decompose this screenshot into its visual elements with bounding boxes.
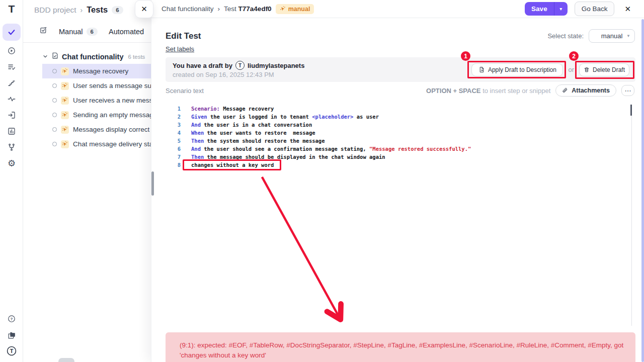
save-button[interactable]: Save bbox=[525, 2, 554, 16]
crumb-folder[interactable]: Chat functionality bbox=[162, 5, 214, 13]
test-list-item[interactable]: Chat message delivery status bbox=[23, 137, 151, 151]
nav-branches-button[interactable] bbox=[3, 139, 21, 155]
question-circle-icon: ? bbox=[7, 314, 16, 323]
pulse-icon bbox=[7, 95, 16, 104]
page-scrollbar[interactable] bbox=[641, 19, 644, 362]
attachments-button[interactable]: Attachments bbox=[555, 84, 616, 97]
editor-scrollbar-track[interactable] bbox=[631, 105, 632, 326]
code-line[interactable]: 6And the user should see a confirmation … bbox=[151, 145, 631, 153]
code-line[interactable]: 3And the user is in a chat conversation bbox=[151, 121, 631, 129]
tab-manual[interactable]: Manual 6 bbox=[59, 28, 98, 36]
nav-runs-button[interactable] bbox=[3, 43, 21, 59]
tab-manual-label: Manual bbox=[59, 28, 83, 36]
apply-draft-button[interactable]: Apply Draft to Description bbox=[471, 63, 563, 76]
crumb-test: Test T77a4edf0 bbox=[224, 5, 272, 13]
paperclip-icon bbox=[562, 87, 568, 94]
nav-settings-button[interactable]: ⚙ bbox=[3, 155, 21, 171]
more-options-button[interactable]: ⋯ bbox=[621, 85, 634, 96]
test-title: Messages display correct time bbox=[73, 126, 151, 133]
test-list-item[interactable]: User receives a new message bbox=[23, 93, 151, 108]
test-status-circle[interactable] bbox=[52, 98, 57, 103]
test-status-circle[interactable] bbox=[52, 127, 57, 132]
apply-doc-icon bbox=[478, 66, 485, 73]
line-number: 3 bbox=[151, 121, 181, 129]
hint-rest: to insert step or snippet bbox=[481, 87, 551, 95]
help-button[interactable]: ? bbox=[3, 311, 21, 327]
test-list-item[interactable]: Messages display correct time bbox=[23, 122, 151, 137]
trash-icon bbox=[584, 66, 590, 73]
code-text: Then the message should be displayed in … bbox=[181, 153, 385, 161]
suite-title[interactable]: Chat functionality bbox=[62, 53, 123, 61]
editor-scrollbar-thumb[interactable] bbox=[630, 105, 632, 116]
line-number: 7 bbox=[151, 153, 181, 161]
line-number: 4 bbox=[151, 129, 181, 137]
code-line[interactable]: 4When the user wants to restore message bbox=[151, 129, 631, 137]
test-title: Message recovery bbox=[73, 67, 128, 75]
test-status-circle[interactable] bbox=[52, 113, 57, 117]
code-text: When the user wants to restore message bbox=[181, 129, 315, 137]
caret-down-icon: ▼ bbox=[626, 34, 630, 38]
suite-meta: 6 tests bbox=[128, 54, 145, 60]
chevron-down-icon[interactable] bbox=[42, 52, 48, 61]
drawer-header: Chat functionality › Test T77a4edf0 manu… bbox=[151, 0, 644, 18]
manual-state-badge-label: manual bbox=[288, 6, 310, 13]
bar-chart-icon bbox=[7, 127, 16, 136]
code-line[interactable]: 7Then the message should be displayed in… bbox=[151, 153, 631, 161]
test-status-circle[interactable] bbox=[52, 142, 57, 146]
crumb-separator: › bbox=[218, 5, 220, 13]
profile-avatar[interactable]: T bbox=[3, 343, 21, 359]
code-line[interactable]: 1Scenario: Message recovery bbox=[151, 105, 631, 113]
app-logo[interactable]: T bbox=[0, 3, 23, 15]
sign-in-icon bbox=[7, 111, 16, 120]
test-list-item[interactable]: User sends a message successfully bbox=[23, 78, 151, 93]
manual-test-icon bbox=[61, 126, 69, 134]
code-text: Given the user is logged in to tenant <p… bbox=[181, 113, 379, 121]
multi-select-icon[interactable] bbox=[39, 26, 48, 37]
tests-tabs: Manual 6 Automated Outline bbox=[39, 26, 151, 37]
go-back-button[interactable]: Go Back bbox=[575, 2, 615, 16]
panel-resize-handle[interactable] bbox=[151, 171, 154, 196]
docs-button[interactable] bbox=[3, 327, 21, 343]
nav-reports-button[interactable] bbox=[3, 123, 21, 139]
test-title: Sending an empty message bbox=[73, 111, 151, 119]
save-dropdown-button[interactable]: ▾ bbox=[554, 2, 568, 16]
chevron-down-icon: ▾ bbox=[559, 6, 562, 12]
breadcrumb-section[interactable]: Tests bbox=[87, 5, 108, 15]
test-status-circle[interactable] bbox=[52, 83, 57, 88]
test-status-circle[interactable] bbox=[52, 69, 57, 73]
check-icon bbox=[7, 28, 16, 37]
draft-created: created on Sep 16, 2025 12:43 PM bbox=[173, 71, 304, 78]
test-list-item[interactable]: Sending an empty message bbox=[23, 108, 151, 122]
tab-automated[interactable]: Automated bbox=[109, 28, 144, 36]
state-select[interactable]: manual ▼ bbox=[589, 29, 635, 43]
tests-panel-close-button[interactable]: ✕ bbox=[135, 0, 153, 18]
edit-test-drawer: Chat functionality › Test T77a4edf0 manu… bbox=[151, 0, 644, 362]
folders-icon bbox=[7, 330, 17, 340]
delete-draft-button[interactable]: Delete Draft bbox=[579, 63, 629, 76]
code-line[interactable]: 2Given the user is logged in to tenant <… bbox=[151, 113, 631, 121]
manual-test-icon bbox=[61, 111, 69, 119]
attachments-label: Attachments bbox=[572, 87, 610, 94]
tree-folder-chat-functionality[interactable]: Chat functionality 6 tests bbox=[23, 49, 151, 64]
nav-steps-button[interactable] bbox=[3, 75, 21, 91]
breadcrumb-project[interactable]: BDD project bbox=[34, 6, 76, 15]
line-number: 8 bbox=[151, 161, 181, 169]
nav-import-button[interactable] bbox=[3, 107, 21, 123]
code-line[interactable]: 5Then the system should restore the mess… bbox=[151, 137, 631, 145]
play-circle-icon bbox=[7, 46, 16, 55]
zoom-pill bbox=[58, 358, 74, 362]
nav-tests-button[interactable] bbox=[3, 24, 21, 41]
nav-pulse-button[interactable] bbox=[3, 91, 21, 107]
gear-icon: ⚙ bbox=[8, 159, 16, 168]
suite-doc-icon bbox=[51, 52, 59, 61]
drawer-close-icon[interactable]: ✕ bbox=[624, 5, 631, 14]
divider bbox=[23, 42, 151, 43]
code-line[interactable]: 8changes without a key word bbox=[151, 161, 631, 169]
set-labels-link[interactable]: Set labels bbox=[166, 45, 194, 53]
editor-hint: OPTION + SPACE to insert step or snippet bbox=[426, 87, 550, 95]
nav-plans-button[interactable] bbox=[3, 59, 21, 75]
ellipsis-icon: ⋯ bbox=[625, 87, 631, 95]
scenario-editor[interactable]: 1Scenario: Message recovery2Given the us… bbox=[151, 105, 631, 169]
line-number: 2 bbox=[151, 113, 181, 121]
test-list-item[interactable]: Message recovery bbox=[23, 64, 151, 78]
